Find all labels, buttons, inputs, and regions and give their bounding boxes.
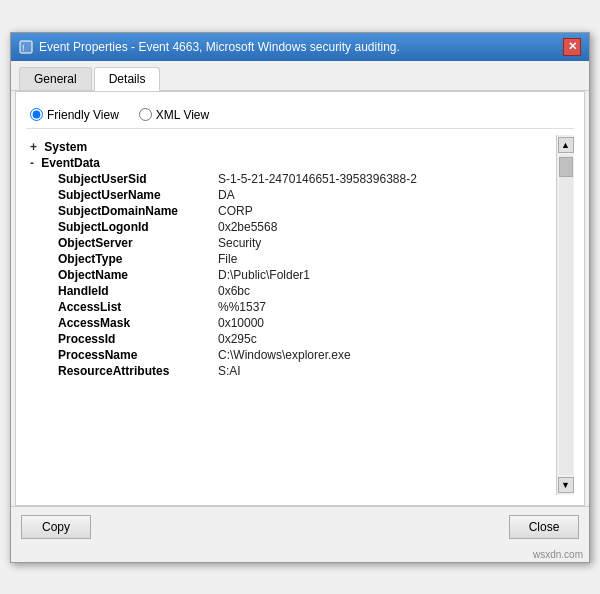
main-window: ! Event Properties - Event 4663, Microso… [10, 32, 590, 563]
field-key: AccessMask [58, 316, 218, 330]
table-row: SubjectDomainNameCORP [28, 203, 554, 219]
table-row: ObjectNameD:\Public\Folder1 [28, 267, 554, 283]
eventdata-expand-icon[interactable]: - [30, 156, 34, 170]
field-value: S:AI [218, 364, 241, 378]
eventdata-node: - EventData [28, 155, 554, 171]
field-key: ObjectName [58, 268, 218, 282]
close-button[interactable]: Close [509, 515, 579, 539]
tab-details[interactable]: Details [94, 67, 161, 91]
tab-bar: General Details [11, 61, 589, 91]
system-node: + System [28, 139, 554, 155]
table-row: AccessMask0x10000 [28, 315, 554, 331]
table-row: ProcessNameC:\Windows\explorer.exe [28, 347, 554, 363]
field-key: SubjectUserSid [58, 172, 218, 186]
field-value: 0x10000 [218, 316, 264, 330]
field-key: AccessList [58, 300, 218, 314]
watermark: wsxdn.com [11, 547, 589, 562]
friendly-view-radio[interactable] [30, 108, 43, 121]
scroll-down-button[interactable]: ▼ [558, 477, 574, 493]
tree-content: + System - EventData SubjectUserSidS-1-5… [26, 135, 556, 495]
field-key: ObjectType [58, 252, 218, 266]
field-value: 0x6bc [218, 284, 250, 298]
friendly-view-option[interactable]: Friendly View [30, 108, 119, 122]
field-key: ObjectServer [58, 236, 218, 250]
field-value: 0x295c [218, 332, 257, 346]
table-row: HandleId0x6bc [28, 283, 554, 299]
copy-button[interactable]: Copy [21, 515, 91, 539]
eventdata-fields: SubjectUserSidS-1-5-21-2470146651-395839… [28, 171, 554, 379]
tree-panel: + System - EventData SubjectUserSidS-1-5… [26, 135, 574, 495]
table-row: ProcessId0x295c [28, 331, 554, 347]
system-node-label[interactable]: System [44, 140, 87, 154]
field-key: SubjectUserName [58, 188, 218, 202]
window-icon: ! [19, 40, 33, 54]
tab-general[interactable]: General [19, 67, 92, 90]
field-value: File [218, 252, 237, 266]
table-row: ObjectTypeFile [28, 251, 554, 267]
scrollbar: ▲ ▼ [556, 135, 574, 495]
field-key: SubjectDomainName [58, 204, 218, 218]
field-value: 0x2be5568 [218, 220, 277, 234]
field-value: DA [218, 188, 235, 202]
window-title: Event Properties - Event 4663, Microsoft… [39, 40, 400, 54]
eventdata-node-label[interactable]: EventData [41, 156, 100, 170]
table-row: ObjectServerSecurity [28, 235, 554, 251]
xml-view-label: XML View [156, 108, 209, 122]
title-bar: ! Event Properties - Event 4663, Microso… [11, 33, 589, 61]
field-key: ProcessId [58, 332, 218, 346]
close-window-button[interactable]: ✕ [563, 38, 581, 56]
friendly-view-label: Friendly View [47, 108, 119, 122]
field-key: SubjectLogonId [58, 220, 218, 234]
field-value: CORP [218, 204, 253, 218]
table-row: AccessList%%1537 [28, 299, 554, 315]
field-key: HandleId [58, 284, 218, 298]
field-key: ResourceAttributes [58, 364, 218, 378]
footer: Copy Close [11, 506, 589, 547]
xml-view-radio[interactable] [139, 108, 152, 121]
field-key: ProcessName [58, 348, 218, 362]
table-row: SubjectUserSidS-1-5-21-2470146651-395839… [28, 171, 554, 187]
table-row: ResourceAttributesS:AI [28, 363, 554, 379]
system-expand-icon[interactable]: + [30, 140, 37, 154]
scroll-track [559, 155, 573, 475]
field-value: Security [218, 236, 261, 250]
scroll-up-button[interactable]: ▲ [558, 137, 574, 153]
field-value: S-1-5-21-2470146651-3958396388-2 [218, 172, 417, 186]
table-row: SubjectUserNameDA [28, 187, 554, 203]
field-value: %%1537 [218, 300, 266, 314]
content-area: Friendly View XML View + System - EventD… [15, 91, 585, 506]
field-value: C:\Windows\explorer.exe [218, 348, 351, 362]
xml-view-option[interactable]: XML View [139, 108, 209, 122]
scroll-thumb[interactable] [559, 157, 573, 177]
svg-text:!: ! [22, 43, 25, 53]
field-value: D:\Public\Folder1 [218, 268, 310, 282]
view-selector: Friendly View XML View [26, 102, 574, 129]
table-row: SubjectLogonId0x2be5568 [28, 219, 554, 235]
